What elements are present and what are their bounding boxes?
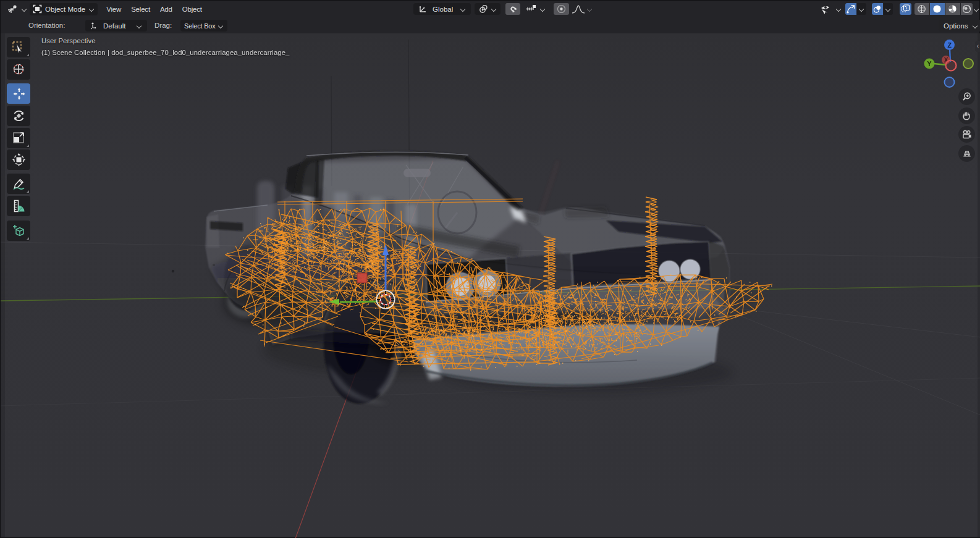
svg-text:Z: Z <box>947 41 952 49</box>
svg-text:Y: Y <box>927 60 932 67</box>
